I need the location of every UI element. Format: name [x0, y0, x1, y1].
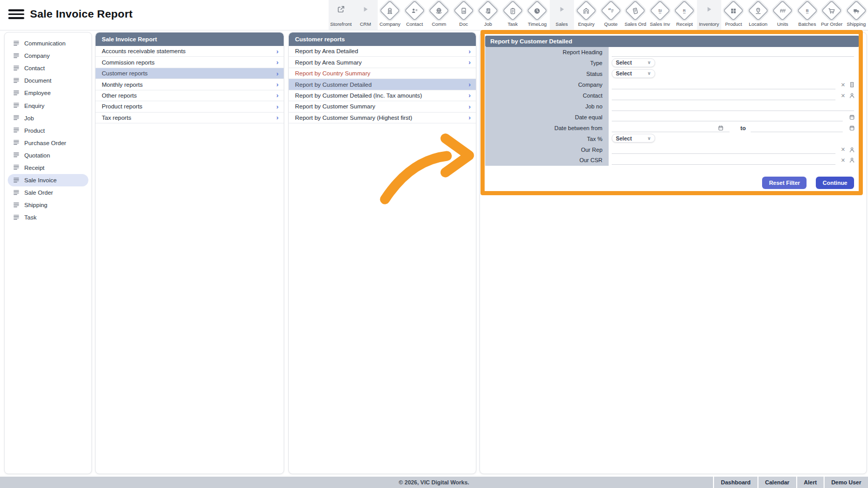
toolbar-item-units[interactable]: Units [770, 0, 795, 30]
toolbar-item-comm[interactable]: Comm [427, 0, 452, 30]
calendar-icon[interactable] [849, 125, 855, 131]
toolbar-item-label: Storefront [330, 21, 352, 27]
page-title: Sale Invoice Report [30, 8, 133, 20]
report-row-report-by-area-detailed[interactable]: Report by Area Detailed› [289, 46, 476, 57]
report-group-row-customer-reports[interactable]: Customer reports› [96, 68, 284, 79]
toolbar-item-sales[interactable]: Sales [550, 0, 575, 30]
sidebar-item-task[interactable]: Task [8, 211, 88, 224]
field-label: Job no [485, 101, 609, 112]
report-row-report-by-customer-detailed-inc-tax-amounts[interactable]: Report by Customer Detailed (Inc. Tax am… [289, 90, 476, 101]
toolbar-item-label: CRM [360, 21, 371, 27]
toolbar-item-label: Inventory [699, 21, 719, 27]
report-filter-panel: Report by Customer Detailed Report Headi… [479, 32, 867, 474]
tax-select[interactable]: Select∨ [612, 134, 655, 143]
chevron-right-icon: › [469, 92, 471, 99]
to-label: to [740, 122, 746, 133]
sidebar-item-purchase-order[interactable]: Purchase Order [8, 137, 88, 149]
external-link-icon [337, 5, 345, 15]
report-row-report-by-customer-detailed[interactable]: Report by Customer Detailed› [289, 79, 476, 90]
contact-input[interactable] [612, 91, 835, 100]
toolbar-item-pur-order[interactable]: Pur Order [819, 0, 844, 30]
footer-link-alert[interactable]: Alert [796, 477, 824, 488]
toolbar-item-job[interactable]: Job [476, 0, 501, 30]
sidebar-item-label: Purchase Order [24, 140, 66, 146]
chevron-right-icon: › [276, 114, 278, 121]
toolbar-item-crm[interactable]: CRM [353, 0, 378, 30]
our-csr-input[interactable] [612, 156, 835, 165]
reset-filter-button[interactable]: Reset Filter [762, 177, 807, 189]
date-equal-input[interactable] [612, 113, 843, 121]
status-select[interactable]: Select∨ [612, 69, 655, 78]
sidebar-item-company[interactable]: Company [8, 50, 88, 62]
text-icon: B [803, 7, 811, 14]
toolbar-item-product[interactable]: Product [721, 0, 746, 30]
sidebar-item-sale-invoice[interactable]: Sale Invoice [8, 174, 88, 186]
sidebar-item-receipt[interactable]: Receipt [8, 162, 88, 174]
job-no-input[interactable] [612, 102, 854, 111]
diamond-shape [477, 0, 499, 21]
calendar-icon[interactable] [849, 114, 855, 120]
person-icon[interactable] [849, 157, 855, 163]
toolbar-item-doc[interactable]: Doc [452, 0, 476, 30]
toolbar-item-quote[interactable]: “Quote [599, 0, 624, 30]
toolbar-item-location[interactable]: Location [746, 0, 771, 30]
clear-icon[interactable]: ✕ [841, 147, 845, 152]
calendar-icon[interactable] [718, 124, 724, 133]
sidebar-item-shipping[interactable]: Shipping [8, 199, 88, 211]
sidebar-item-label: Job [24, 115, 34, 121]
select-value: Select [616, 70, 632, 76]
toolbar-item-shipping[interactable]: Shipping [844, 0, 868, 30]
toolbar-item-task[interactable]: Task [501, 0, 525, 30]
report-row-report-by-country-summary[interactable]: Report by Country Summary [289, 68, 476, 79]
our-rep-input[interactable] [612, 145, 835, 154]
company-input[interactable] [612, 81, 835, 89]
report-heading-input[interactable] [612, 48, 854, 57]
report-group-row-other-reports[interactable]: Other reports› [96, 90, 284, 101]
clear-icon[interactable]: ✕ [841, 158, 845, 163]
person-icon[interactable] [849, 92, 855, 99]
report-group-row-tax-reports[interactable]: Tax reports› [96, 113, 284, 123]
sidebar-item-job[interactable]: Job [8, 112, 88, 124]
sidebar-item-document[interactable]: Document [8, 74, 88, 87]
type-select[interactable]: Select∨ [612, 58, 655, 67]
sidebar-item-contact[interactable]: Contact [8, 62, 88, 74]
list-icon [13, 151, 20, 159]
toolbar-item-batches[interactable]: BBatches [795, 0, 820, 30]
footer-link-calendar[interactable]: Calendar [757, 477, 796, 488]
report-group-row-accounts-receivable-statements[interactable]: Accounts receivable statements› [96, 46, 284, 57]
footer-link-demo-user[interactable]: Demo User [824, 477, 868, 488]
toolbar-item-timelog[interactable]: TimeLog [525, 0, 550, 30]
report-group-row-monthly-reports[interactable]: Monthly reports› [96, 79, 284, 90]
sidebar-item-quotation[interactable]: Quotation [8, 149, 88, 162]
report-group-row-product-reports[interactable]: Product reports› [96, 101, 284, 112]
sidebar-item-label: Document [24, 77, 51, 84]
continue-button[interactable]: Continue [816, 177, 854, 189]
footer-link-dashboard[interactable]: Dashboard [713, 477, 757, 488]
toolbar-item-inventory[interactable]: Inventory [697, 0, 722, 30]
report-row-report-by-customer-summary-highest-first[interactable]: Report by Customer Summary (Highest firs… [289, 113, 476, 123]
toolbar-item-sales-ord[interactable]: Sales Ord [623, 0, 648, 30]
person-icon[interactable] [849, 147, 855, 153]
report-group-row-commission-reports[interactable]: Commission reports› [96, 57, 284, 68]
toolbar-item-company[interactable]: Company [378, 0, 402, 30]
toolbar-item-receipt[interactable]: RReceipt [672, 0, 697, 30]
report-row-report-by-customer-summary[interactable]: Report by Customer Summary› [289, 101, 476, 112]
date-between-from-input[interactable] [612, 123, 730, 132]
sidebar-item-product[interactable]: Product [8, 124, 88, 137]
toolbar-item-enquiry[interactable]: Enquiry [574, 0, 599, 30]
date-between-from-input[interactable] [751, 123, 843, 132]
sidebar-item-enquiry[interactable]: Enquiry [8, 99, 88, 112]
clear-icon[interactable]: ✕ [841, 93, 845, 99]
toolbar-item-storefront[interactable]: Storefront [329, 0, 353, 30]
sidebar-item-label: Contact [24, 65, 45, 71]
sidebar-item-communication[interactable]: Communication [8, 37, 88, 50]
sidebar-item-employee[interactable]: Employee [8, 87, 88, 99]
toolbar-item-sales-inv[interactable]: SiSales Inv [648, 0, 673, 30]
diamond-shape: R [674, 0, 695, 21]
clear-icon[interactable]: ✕ [841, 82, 845, 88]
toolbar-item-contact[interactable]: Contact [402, 0, 427, 30]
building-small-icon[interactable] [849, 82, 855, 88]
menu-icon[interactable] [8, 9, 24, 21]
sidebar-item-sale-order[interactable]: Sale Order [8, 186, 88, 199]
report-row-report-by-area-summary[interactable]: Report by Area Summary› [289, 57, 476, 68]
